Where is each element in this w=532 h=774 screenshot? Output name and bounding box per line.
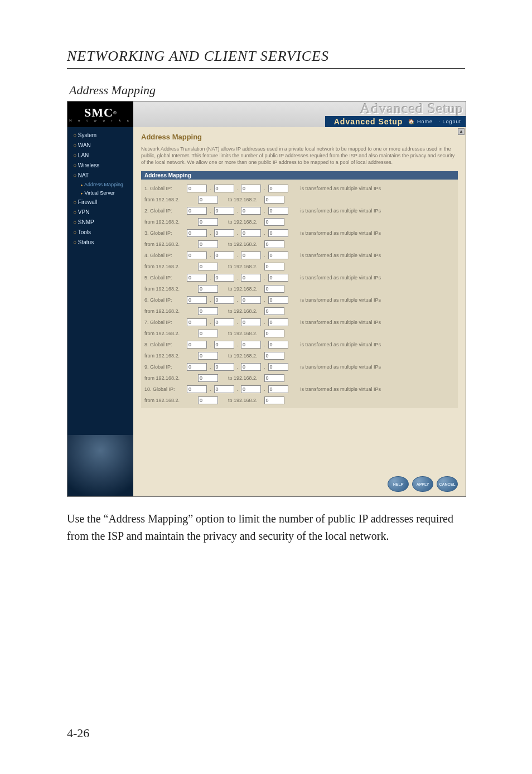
ip-octet-input[interactable]: 0: [241, 296, 261, 304]
ip-octet-input[interactable]: 0: [214, 185, 234, 192]
ip-octet-input[interactable]: 0: [187, 341, 207, 349]
ip-octet-input[interactable]: 0: [214, 363, 234, 371]
ip-octet-input[interactable]: 0: [214, 385, 234, 393]
sidebar-item-vpn[interactable]: ○ VPN: [67, 207, 133, 217]
ip-octet-input[interactable]: 0: [187, 207, 207, 215]
table-header: Address Mapping: [141, 171, 458, 180]
range-row: from 192.168.2.0to 192.168.2.0: [144, 350, 454, 361]
ip-octet-input[interactable]: 0: [241, 207, 261, 215]
sidebar-item-nat[interactable]: ○ NAT: [67, 171, 133, 181]
global-ip-row: 3. Global IP:0.0.0.0is transformed as mu…: [144, 228, 454, 239]
ip-octet-input[interactable]: 0: [268, 341, 288, 349]
ip-octet-input[interactable]: 0: [268, 296, 288, 304]
sidebar-item-system[interactable]: ○ System: [67, 130, 133, 141]
range-to-input[interactable]: 0: [264, 263, 284, 270]
range-from-input[interactable]: 0: [198, 285, 218, 293]
sidebar-item-wireless[interactable]: ○ Wireless: [67, 161, 133, 171]
page-number: 4-26: [67, 726, 89, 741]
range-row: from 192.168.2.0to 192.168.2.0: [144, 194, 454, 205]
ip-octet-input[interactable]: 0: [241, 318, 261, 326]
range-from-input[interactable]: 0: [198, 352, 218, 360]
global-ip-row: 1. Global IP:0.0.0.0is transformed as mu…: [144, 183, 454, 194]
sidebar-item-tools[interactable]: ○ Tools: [67, 228, 133, 238]
sidebar-item-firewall[interactable]: ○ Firewall: [67, 197, 133, 207]
ip-octet-input[interactable]: 0: [187, 296, 207, 304]
range-to-input[interactable]: 0: [264, 307, 284, 315]
range-from-input[interactable]: 0: [198, 396, 218, 404]
content-title: Address Mapping: [141, 133, 458, 141]
range-from-input[interactable]: 0: [198, 240, 218, 248]
sidebar-item-status[interactable]: ○ Status: [67, 238, 133, 248]
ip-octet-input[interactable]: 0: [268, 251, 288, 259]
ip-octet-input[interactable]: 0: [241, 185, 261, 192]
range-row: from 192.168.2.0to 192.168.2.0: [144, 216, 454, 228]
range-from-input[interactable]: 0: [198, 307, 218, 315]
range-row: from 192.168.2.0to 192.168.2.0: [144, 328, 454, 339]
ip-octet-input[interactable]: 0: [214, 296, 234, 304]
ip-octet-input[interactable]: 0: [214, 274, 234, 282]
ip-octet-input[interactable]: 0: [241, 251, 261, 259]
ip-octet-input[interactable]: 0: [214, 318, 234, 326]
ip-octet-input[interactable]: 0: [241, 363, 261, 371]
logout-link[interactable]: · Logout: [438, 119, 461, 124]
range-from-input[interactable]: 0: [198, 196, 218, 204]
ip-octet-input[interactable]: 0: [214, 251, 234, 259]
ip-octet-input[interactable]: 0: [268, 385, 288, 393]
range-to-input[interactable]: 0: [264, 218, 284, 226]
ip-octet-input[interactable]: 0: [187, 229, 207, 237]
ip-octet-input[interactable]: 0: [268, 207, 288, 215]
range-from-input[interactable]: 0: [198, 263, 218, 270]
cancel-button[interactable]: CANCEL: [437, 476, 458, 492]
ip-octet-input[interactable]: 0: [268, 318, 288, 326]
range-from-input[interactable]: 0: [198, 330, 218, 337]
range-row: from 192.168.2.0to 192.168.2.0: [144, 395, 454, 406]
home-link[interactable]: 🏠 Home: [408, 119, 433, 124]
sidebar-item-snmp[interactable]: ○ SNMP: [67, 217, 133, 228]
ip-octet-input[interactable]: 0: [187, 274, 207, 282]
range-from-input[interactable]: 0: [198, 218, 218, 226]
ip-octet-input[interactable]: 0: [241, 341, 261, 349]
ip-octet-input[interactable]: 0: [187, 251, 207, 259]
range-to-input[interactable]: 0: [264, 396, 284, 404]
range-row: from 192.168.2.0to 192.168.2.0: [144, 306, 454, 317]
table-body: 1. Global IP:0.0.0.0is transformed as mu…: [141, 180, 458, 408]
range-to-input[interactable]: 0: [264, 352, 284, 360]
logo-cell: SMC® N e t w o r k s: [67, 101, 133, 127]
ip-octet-input[interactable]: 0: [214, 341, 234, 349]
ip-octet-input[interactable]: 0: [241, 385, 261, 393]
ip-octet-input[interactable]: 0: [241, 229, 261, 237]
sidebar: ○ System○ WAN○ LAN○ Wireless○ NAT▸ Addre…: [67, 127, 133, 496]
ip-octet-input[interactable]: 0: [187, 363, 207, 371]
global-ip-row: 8. Global IP:0.0.0.0is transformed as mu…: [144, 339, 454, 350]
range-to-input[interactable]: 0: [264, 374, 284, 382]
ip-octet-input[interactable]: 0: [268, 229, 288, 237]
ip-octet-input[interactable]: 0: [268, 185, 288, 192]
range-to-input[interactable]: 0: [264, 196, 284, 204]
scroll-up-icon[interactable]: ▲: [458, 128, 465, 135]
ip-octet-input[interactable]: 0: [187, 318, 207, 326]
global-ip-row: 2. Global IP:0.0.0.0is transformed as mu…: [144, 205, 454, 216]
sidebar-item-address-mapping[interactable]: ▸ Address Mapping: [67, 181, 133, 189]
heading-rule: [67, 68, 465, 69]
range-to-input[interactable]: 0: [264, 285, 284, 293]
sidebar-item-virtual-server[interactable]: ▸ Virtual Server: [67, 189, 133, 197]
content-intro: Network Address Translation (NAT) allows…: [141, 146, 458, 166]
range-to-input[interactable]: 0: [264, 240, 284, 248]
ip-octet-input[interactable]: 0: [187, 185, 207, 192]
range-from-input[interactable]: 0: [198, 374, 218, 382]
sidebar-item-lan[interactable]: ○ LAN: [67, 151, 133, 161]
sidebar-item-wan[interactable]: ○ WAN: [67, 141, 133, 151]
range-to-input[interactable]: 0: [264, 330, 284, 337]
ip-octet-input[interactable]: 0: [214, 207, 234, 215]
ip-octet-input[interactable]: 0: [268, 363, 288, 371]
logo-text: SMC: [84, 105, 113, 119]
page-subheading: Address Mapping: [69, 83, 465, 98]
range-row: from 192.168.2.0to 192.168.2.0: [144, 373, 454, 384]
ip-octet-input[interactable]: 0: [268, 274, 288, 282]
help-button[interactable]: HELP: [388, 476, 409, 492]
range-row: from 192.168.2.0to 192.168.2.0: [144, 261, 454, 272]
ip-octet-input[interactable]: 0: [241, 274, 261, 282]
ip-octet-input[interactable]: 0: [214, 229, 234, 237]
ip-octet-input[interactable]: 0: [187, 385, 207, 393]
apply-button[interactable]: APPLY: [412, 476, 433, 492]
